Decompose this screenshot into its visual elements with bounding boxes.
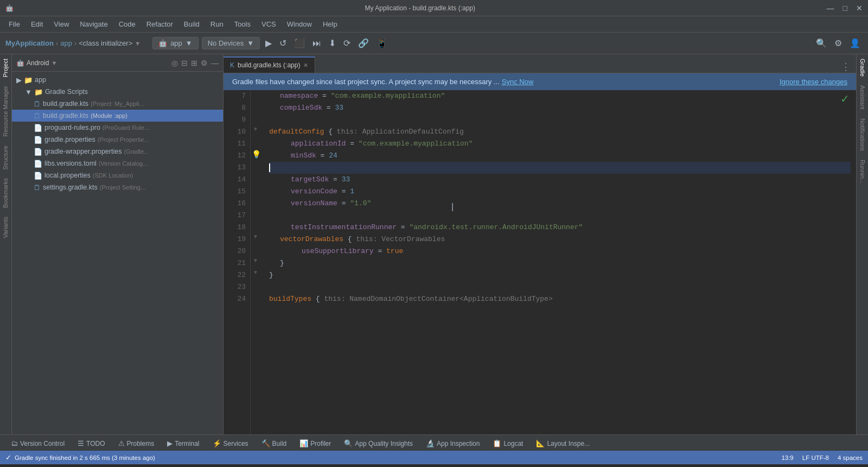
tree-item-libs-versions[interactable]: 📄 libs.versions.toml (Version Catalog... xyxy=(12,157,223,169)
editor-tab-active[interactable]: K build.gradle.kts (:app) ✕ xyxy=(224,56,315,73)
ignore-changes-link[interactable]: Ignore these changes xyxy=(780,78,847,86)
refresh-button[interactable]: ↺ xyxy=(277,37,289,49)
search-everywhere-icon[interactable]: 🔍 xyxy=(814,37,829,49)
cursor-position: 13:9 xyxy=(781,455,793,461)
user-icon[interactable]: 👤 xyxy=(847,37,863,49)
terminal-label: Terminal xyxy=(175,440,199,447)
bottom-tab-problems[interactable]: ⚠ Problems xyxy=(113,435,160,451)
menu-item-window[interactable]: Window xyxy=(283,19,316,29)
panel-dropdown-icon[interactable]: ▼ xyxy=(51,60,57,66)
menu-item-tools[interactable]: Tools xyxy=(230,19,255,29)
lightbulb-icon[interactable]: 💡 xyxy=(252,150,261,159)
tree-item-gradle-scripts[interactable]: ▼ 📁 Gradle Scripts xyxy=(12,86,223,98)
right-label-assistant[interactable]: Assistant xyxy=(857,81,868,114)
step-over-button[interactable]: ⏭ xyxy=(310,37,323,49)
breadcrumb-module[interactable]: app xyxy=(60,39,72,47)
build-gradle-project-meta: (Project: My_Appli... xyxy=(91,100,144,107)
bottom-tab-logcat[interactable]: 📋 Logcat xyxy=(487,435,528,451)
window-controls[interactable]: — □ ✕ xyxy=(827,4,863,12)
tree-item-settings-gradle[interactable]: 🗒 settings.gradle.kts (Project Setting..… xyxy=(12,181,223,193)
tree-item-gradle-props[interactable]: 📄 gradle.properties (Project Propertie..… xyxy=(12,134,223,146)
settings-gradle-icon: 🗒 xyxy=(34,184,41,192)
menu-item-edit[interactable]: Edit xyxy=(27,19,47,29)
device-manager-icon[interactable]: 📱 xyxy=(374,37,390,49)
code-line-10: defaultConfig { this: ApplicationDefault… xyxy=(269,126,851,138)
fold-marker-21[interactable]: ▼ xyxy=(253,257,258,263)
sidebar-item-structure[interactable]: Structure xyxy=(0,141,11,174)
settings-panel-icon[interactable]: ⚙ xyxy=(201,59,208,67)
stop-button[interactable]: ⬛ xyxy=(292,37,307,49)
bottom-tab-version-control[interactable]: 🗂 Version Control xyxy=(5,435,70,451)
menu-item-file[interactable]: File xyxy=(4,19,24,29)
logcat-label: Logcat xyxy=(503,440,523,447)
right-label-running[interactable]: Runnin... xyxy=(857,155,868,188)
minimize-button[interactable]: — xyxy=(827,4,834,12)
code-line-7: namespace = "com.example.myapplication" xyxy=(269,90,851,102)
menu-item-vcs[interactable]: VCS xyxy=(257,19,280,29)
tree-item-build-gradle-app[interactable]: 🗒 build.gradle.kts (Module :app) xyxy=(12,110,223,122)
sidebar-item-variants[interactable]: Variants xyxy=(0,212,11,243)
fold-marker-10[interactable]: ▼ xyxy=(253,126,258,132)
code-line-16: versionName = "1.0" xyxy=(269,198,851,210)
step-into-button[interactable]: ⬇ xyxy=(327,37,338,49)
sidebar-item-resource-manager[interactable]: Resource Manager xyxy=(0,81,11,141)
folder-expand-icon2: ▼ xyxy=(25,88,32,96)
tab-overflow-button[interactable]: ⋮ xyxy=(835,61,856,73)
bottom-tab-terminal[interactable]: ▶ Terminal xyxy=(162,435,205,451)
no-devices-selector[interactable]: No Devices ▼ xyxy=(202,37,260,49)
bottom-tab-todo[interactable]: ☰ TODO xyxy=(72,435,110,451)
collapse-all-icon[interactable]: ⊟ xyxy=(181,59,188,67)
device-selector[interactable]: 🤖 app ▼ xyxy=(152,37,199,49)
minimize-panel-icon[interactable]: — xyxy=(211,59,219,67)
menu-item-code[interactable]: Code xyxy=(114,19,140,29)
attach-button[interactable]: 🔗 xyxy=(356,37,371,49)
tree-item-app[interactable]: ▶ 📁 app xyxy=(12,74,223,86)
menu-item-navigate[interactable]: Navigate xyxy=(75,19,112,29)
bottom-tab-app-inspection[interactable]: 🔬 App Inspection xyxy=(420,435,485,451)
fold-marker-19[interactable]: ▼ xyxy=(253,234,258,239)
bottom-tab-profiler[interactable]: 📊 Profiler xyxy=(294,435,336,451)
menu-item-build[interactable]: Build xyxy=(180,19,204,29)
tree-item-local-props[interactable]: 📄 local.properties (SDK Location) xyxy=(12,169,223,181)
main-layout: Project Resource Manager Structure Bookm… xyxy=(0,54,868,434)
code-line-20: useSupportLibrary = true xyxy=(269,245,851,257)
code-line-21: } xyxy=(269,257,851,269)
menu-item-view[interactable]: View xyxy=(49,19,73,29)
sidebar-item-bookmarks[interactable]: Bookmarks xyxy=(0,174,11,212)
locate-file-icon[interactable]: ◎ xyxy=(171,59,178,67)
gradle-scripts-label: Gradle Scripts xyxy=(45,88,88,96)
breadcrumb-app[interactable]: MyApplication xyxy=(5,39,54,47)
sync-now-link[interactable]: Sync Now xyxy=(502,78,534,86)
maximize-button[interactable]: □ xyxy=(843,4,847,12)
code-content[interactable]: namespace = "com.example.myapplication" … xyxy=(264,90,856,434)
close-button[interactable]: ✕ xyxy=(856,4,863,12)
indent-label: 4 spaces xyxy=(838,455,863,461)
breadcrumb-dropdown-icon[interactable]: ▼ xyxy=(135,40,141,47)
build-gradle-app-name: build.gradle.kts xyxy=(43,112,88,119)
settings-icon[interactable]: ⚙ xyxy=(832,37,844,49)
bottom-tab-app-quality[interactable]: 🔍 App Quality Insights xyxy=(339,435,418,451)
tree-item-proguard[interactable]: 📄 proguard-rules.pro (ProGuard Rule... xyxy=(12,122,223,134)
bottom-tab-build[interactable]: 🔨 Build xyxy=(256,435,292,451)
run-button[interactable]: ▶ xyxy=(263,37,274,49)
expand-icon[interactable]: ⊞ xyxy=(191,59,197,67)
breadcrumb-initializer[interactable]: <class initializer> xyxy=(79,39,132,47)
sync-button[interactable]: ⟳ xyxy=(341,37,353,49)
fold-marker-22[interactable]: ▼ xyxy=(253,269,258,275)
bottom-tab-layout-inspector[interactable]: 📐 Layout Inspe... xyxy=(531,435,595,451)
android-icon: 🤖 xyxy=(16,59,24,67)
encoding-label: LF UTF-8 xyxy=(802,455,829,461)
sidebar-item-project[interactable]: Project xyxy=(0,54,11,81)
tab-close-icon[interactable]: ✕ xyxy=(303,62,308,69)
code-line-23 xyxy=(269,281,851,293)
tree-item-gradle-wrapper[interactable]: 📄 gradle-wrapper.properties (Gradle... xyxy=(12,146,223,157)
breadcrumb[interactable]: MyApplication › app › <class initializer… xyxy=(5,39,141,47)
menu-item-refactor[interactable]: Refactor xyxy=(142,19,177,29)
tree-item-build-gradle-project[interactable]: 🗒 build.gradle.kts (Project: My_Appli... xyxy=(12,98,223,110)
bottom-tab-services[interactable]: ⚡ Services xyxy=(207,435,254,451)
menu-item-help[interactable]: Help xyxy=(318,19,342,29)
menu-item-run[interactable]: Run xyxy=(206,19,228,29)
right-label-gradle[interactable]: Gradle xyxy=(857,54,868,81)
right-label-notifications[interactable]: Notifications xyxy=(857,114,868,155)
folder-expand-icon: ▶ xyxy=(16,76,22,84)
